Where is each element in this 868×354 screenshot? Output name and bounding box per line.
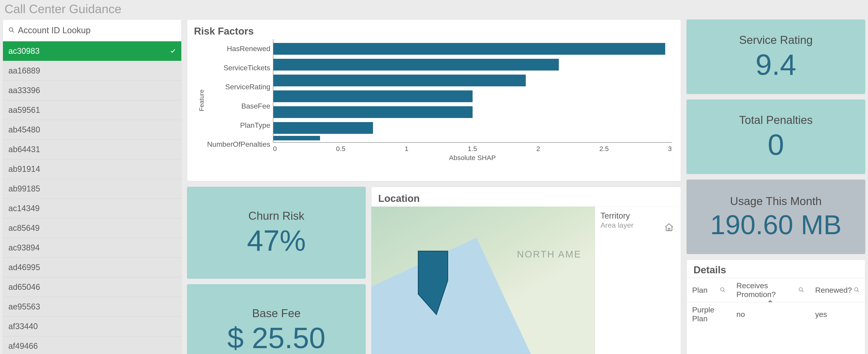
chart-bar[interactable] — [273, 75, 526, 86]
chart-xtick: 0.5 — [336, 145, 346, 152]
chart-bar-row — [273, 57, 672, 73]
legend-title: Territory — [600, 211, 675, 221]
chart-bar[interactable] — [273, 59, 559, 71]
dashboard-grid: Account ID Lookup ac30983aa16889aa33396a… — [3, 20, 865, 354]
service-rating-label: Service Rating — [739, 33, 812, 46]
chart-bars — [273, 39, 672, 143]
chart-bar-row — [273, 104, 672, 120]
svg-line-1 — [12, 31, 14, 33]
usage-card: Usage This Month 190.60 MB — [686, 179, 865, 254]
sort-indicator-icon — [768, 300, 773, 302]
total-penalties-label: Total Penalties — [739, 113, 812, 127]
lookup-item[interactable]: aa16889 — [3, 61, 181, 81]
details-col-promotion[interactable]: Receives Promotion? — [731, 278, 810, 302]
churn-risk-value: 47% — [247, 225, 306, 256]
churn-risk-card: Churn Risk 47% — [187, 187, 366, 279]
base-fee-card: Base Fee $ 25.50 — [187, 284, 366, 354]
lookup-item-label: af49466 — [8, 341, 38, 351]
map-continent-label: NORTH AME — [517, 249, 582, 260]
chart-xtick: 1.5 — [468, 145, 477, 152]
svg-line-5 — [802, 290, 804, 292]
cell-renewed: yes — [810, 302, 865, 326]
svg-point-4 — [799, 287, 803, 291]
chart-xlabel: Absolute SHAP — [273, 154, 672, 162]
svg-line-7 — [857, 290, 859, 292]
col-plan-label: Plan — [692, 286, 708, 294]
lookup-item-label: ab91914 — [8, 164, 40, 174]
svg-point-0 — [9, 28, 13, 31]
chart-bar[interactable] — [273, 122, 373, 134]
lookup-item[interactable]: ae95563 — [3, 297, 181, 317]
chart-xtick: 2.5 — [599, 145, 609, 152]
chart-bar-row — [273, 73, 672, 88]
map-state-shape — [416, 249, 461, 317]
svg-line-3 — [723, 290, 725, 292]
lookup-item-label: ac30983 — [8, 46, 40, 56]
details-col-plan[interactable]: Plan — [687, 278, 731, 302]
middle-lower-grid: Churn Risk 47% Base Fee $ 25.50 Location… — [187, 187, 681, 354]
cell-plan: Purple Plan — [687, 302, 731, 326]
lookup-item[interactable]: ac85649 — [3, 218, 181, 238]
svg-marker-8 — [418, 251, 448, 314]
chart-bar[interactable] — [273, 43, 665, 55]
lookup-item-label: aa16889 — [8, 66, 40, 75]
lookup-item-label: ab45480 — [8, 125, 40, 135]
lookup-item[interactable]: ab99185 — [3, 179, 181, 199]
chart-bar-row-partial — [273, 136, 672, 140]
lookup-item[interactable]: af49466 — [3, 337, 181, 354]
svg-rect-9 — [668, 228, 670, 231]
lookup-item[interactable]: ad46995 — [3, 258, 181, 277]
location-panel: Location NORTH AME 1000 km OpenStreetMap… — [371, 187, 681, 354]
lookup-item-label: ae95563 — [8, 302, 40, 312]
col-promotion-label: Receives Promotion? — [737, 281, 797, 299]
lookup-list[interactable]: ac30983aa16889aa33396aa59561ab45480ab644… — [3, 41, 181, 354]
lookup-item-label: ad46995 — [8, 263, 40, 272]
base-fee-label: Base Fee — [252, 307, 301, 320]
lookup-item[interactable]: ad65046 — [3, 277, 181, 297]
page-title: Call Center Guidance — [4, 2, 865, 16]
chart-category-label: BaseFee — [207, 98, 270, 114]
chart-bar[interactable] — [273, 136, 320, 140]
home-icon[interactable] — [664, 222, 674, 233]
chart-category-label: ServiceTickets — [207, 60, 270, 76]
search-icon[interactable] — [854, 286, 860, 294]
search-icon[interactable] — [798, 286, 804, 294]
details-panel: Details Plan Receives Promotion? — [686, 259, 865, 354]
chart-xtick: 0 — [273, 145, 277, 152]
lookup-item[interactable]: ab64431 — [3, 140, 181, 160]
lookup-item-label: aa59561 — [8, 105, 40, 115]
details-table: Plan Receives Promotion? Renewed? — [687, 278, 865, 326]
lookup-label: Account ID Lookup — [18, 26, 91, 35]
lookup-item[interactable]: ac30983 — [3, 41, 181, 61]
risk-factors-panel: Risk Factors Feature HasRenewedServiceTi… — [187, 20, 681, 181]
churn-risk-label: Churn Risk — [248, 209, 304, 222]
search-icon[interactable] — [720, 286, 725, 294]
lookup-item[interactable]: aa33396 — [3, 81, 181, 100]
lookup-item[interactable]: aa59561 — [3, 100, 181, 120]
cell-promotion: no — [731, 302, 810, 326]
lookup-header[interactable]: Account ID Lookup — [3, 20, 181, 41]
chart-bar-row — [273, 88, 672, 104]
chart-bar[interactable] — [273, 106, 473, 118]
map-canvas[interactable]: NORTH AME 1000 km OpenStreetMap contribu… — [371, 207, 595, 354]
total-penalties-card: Total Penalties 0 — [686, 100, 865, 174]
svg-point-6 — [855, 287, 858, 291]
lookup-item[interactable]: af33440 — [3, 317, 181, 337]
lookup-item[interactable]: ac93894 — [3, 238, 181, 258]
col-renewed-label: Renewed? — [815, 286, 852, 294]
details-title: Details — [687, 260, 865, 278]
service-rating-card: Service Rating 9.4 — [686, 20, 865, 94]
usage-label: Usage This Month — [730, 194, 822, 208]
chart-xtick: 1 — [405, 145, 408, 152]
lookup-item-label: ac85649 — [8, 223, 40, 233]
lookup-item-label: ac14349 — [8, 204, 40, 213]
chart-bar[interactable] — [273, 91, 473, 102]
table-row[interactable]: Purple Plan no yes — [687, 302, 865, 326]
lookup-item[interactable]: ac14349 — [3, 199, 181, 218]
lookup-item[interactable]: ab45480 — [3, 120, 181, 140]
usage-value: 190.60 MB — [710, 210, 841, 239]
lookup-item-label: ab64431 — [8, 145, 40, 154]
chart-xaxis: 00.511.522.53 — [273, 143, 672, 152]
details-col-renewed[interactable]: Renewed? — [810, 278, 865, 302]
lookup-item[interactable]: ab91914 — [3, 160, 181, 179]
